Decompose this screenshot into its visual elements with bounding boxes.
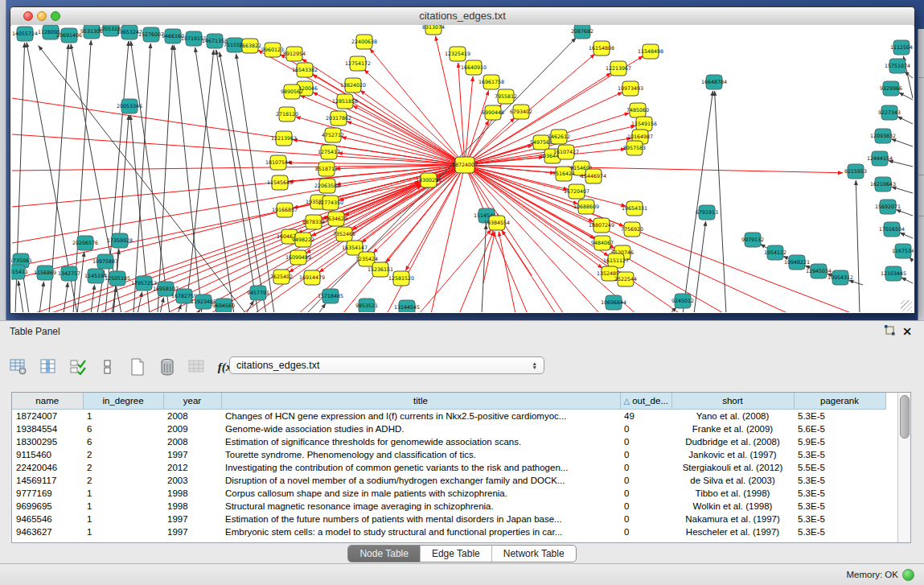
table-cell[interactable]: 2009	[163, 422, 221, 435]
table-cell[interactable]: 0	[620, 422, 671, 435]
table-cell[interactable]: 9699695	[12, 500, 83, 513]
column-header-pagerank[interactable]: pagerank	[794, 393, 885, 410]
table-row[interactable]: 911546021997Tourette syndrome. Phenomeno…	[12, 448, 885, 461]
window-titlebar[interactable]: citations_edges.txt	[10, 7, 914, 26]
table-cell[interactable]: 0	[620, 500, 671, 513]
table-cell[interactable]: Disruption of a novel member of a sodium…	[221, 474, 620, 487]
table-cell[interactable]: 2	[83, 448, 163, 461]
table-row[interactable]: 1872400712008Changes of HCN gene express…	[12, 410, 885, 423]
table-cell[interactable]: 0	[620, 487, 671, 500]
table-row[interactable]: 946362711997Embryonic stem cells: a mode…	[12, 525, 885, 538]
table-cell[interactable]: Tourette syndrome. Phenomenology and cla…	[221, 448, 620, 461]
table-row[interactable]: 1456911722003Disruption of a novel membe…	[12, 474, 885, 487]
table-cell[interactable]: 1	[83, 487, 163, 500]
table-cell[interactable]: 0	[620, 474, 671, 487]
table-cell[interactable]: 6	[83, 422, 163, 435]
table-cell[interactable]: Estimation of significance thresholds fo…	[221, 435, 620, 448]
new-column-icon[interactable]	[127, 356, 148, 377]
table-cell[interactable]: Tibbo et al. (1998)	[671, 487, 794, 500]
table-cell[interactable]: 1997	[163, 448, 221, 461]
table-cell[interactable]: Changes of HCN gene expression and I(f) …	[221, 410, 620, 423]
table-cell[interactable]: 9115460	[12, 448, 83, 461]
float-panel-icon[interactable]	[882, 324, 897, 339]
table-row[interactable]: 946554611997Estimation of the future num…	[12, 513, 885, 525]
table-cell[interactable]: 9777169	[12, 487, 83, 500]
column-header-title[interactable]: title	[221, 393, 620, 410]
tab-node-table[interactable]: Node Table	[348, 546, 421, 562]
delete-table-icon[interactable]	[157, 356, 178, 377]
tab-network-table[interactable]: Network Table	[492, 546, 576, 562]
table-cell[interactable]: 19384554	[12, 422, 83, 435]
table-cell[interactable]: 0	[620, 435, 671, 448]
tab-edge-table[interactable]: Edge Table	[421, 546, 492, 562]
table-mode-icon[interactable]	[8, 356, 29, 377]
table-cell[interactable]: 2	[83, 474, 163, 487]
table-cell[interactable]: 9463627	[12, 525, 83, 538]
row-options-icon[interactable]	[97, 356, 118, 377]
table-cell[interactable]: 2	[83, 461, 163, 474]
table-cell[interactable]: Yano et al. (2008)	[671, 410, 794, 423]
table-cell[interactable]: 1	[83, 500, 163, 513]
table-cell[interactable]: Embryonic stem cells: a model to study s…	[221, 525, 620, 538]
table-cell[interactable]: 1	[83, 513, 163, 525]
column-header-short[interactable]: short	[671, 393, 794, 410]
table-cell[interactable]: 1	[83, 410, 163, 423]
table-cell[interactable]: 5.5E-5	[794, 461, 885, 474]
table-cell[interactable]: 0	[620, 461, 671, 474]
table-cell[interactable]: Stergiakouli et al. (2012)	[671, 461, 794, 474]
table-cell[interactable]: 14569117	[12, 474, 83, 487]
table-cell[interactable]: 22420046	[12, 461, 83, 474]
network-canvas[interactable]: 1405572411280952206914069531306105532871…	[11, 25, 914, 313]
table-cell[interactable]: 5.6E-5	[794, 422, 885, 435]
table-scrollbar[interactable]	[897, 393, 910, 542]
table-cell[interactable]: 18300295	[12, 435, 83, 448]
table-cell[interactable]: Genome-wide association studies in ADHD.	[221, 422, 620, 435]
table-cell[interactable]: 5.3E-5	[794, 448, 885, 461]
window-resize-grip[interactable]	[901, 300, 912, 311]
table-cell[interactable]: Hescheler et al. (1997)	[671, 525, 794, 538]
table-cell[interactable]: Estimation of the future numbers of pati…	[221, 513, 620, 525]
table-row[interactable]: 977716911998Corpus callosum shape and si…	[12, 487, 885, 500]
table-cell[interactable]: de Silva et al. (2003)	[671, 474, 794, 487]
table-cell[interactable]: 49	[620, 410, 671, 423]
citation-network-graph[interactable]: 1405572411280952206914069531306105532871…	[11, 25, 914, 312]
close-panel-icon[interactable]: ✕	[900, 324, 914, 339]
network-selector[interactable]: citations_edges.txt ▲▼	[229, 356, 544, 374]
table-cell[interactable]: Jankovic et al. (1997)	[671, 448, 794, 461]
table-cell[interactable]: 2012	[163, 461, 221, 474]
table-cell[interactable]: Structural magnetic resonance image aver…	[221, 500, 620, 513]
table-cell[interactable]: 1	[83, 525, 163, 538]
show-column-icon[interactable]	[38, 356, 59, 377]
table-cell[interactable]: 5.3E-5	[794, 525, 885, 538]
table-cell[interactable]: 2008	[163, 435, 221, 448]
column-header-out-de-[interactable]: △out_de...	[620, 393, 671, 410]
table-row[interactable]: 2242004622012Investigating the contribut…	[12, 461, 885, 474]
table-cell[interactable]: 18724007	[12, 410, 83, 423]
table-row[interactable]: 1938455462009Genome-wide association stu…	[12, 422, 885, 435]
table-cell[interactable]: Investigating the contribution of common…	[221, 461, 620, 474]
column-header-year[interactable]: year	[163, 393, 221, 410]
column-header-name[interactable]: name	[12, 393, 83, 410]
table-cell[interactable]: 1998	[163, 487, 221, 500]
table-cell[interactable]: 6	[83, 435, 163, 448]
table-scrollbar-thumb[interactable]	[900, 395, 910, 439]
table-cell[interactable]: 5.3E-5	[794, 487, 885, 500]
table-row[interactable]: 969969511998Structural magnetic resonanc…	[12, 500, 885, 513]
table-row[interactable]: 1830029562008Estimation of significance …	[12, 435, 885, 448]
table-cell[interactable]: 0	[620, 513, 671, 525]
table-cell[interactable]: 9465546	[12, 513, 83, 525]
table-cell[interactable]: Franke et al. (2009)	[671, 422, 794, 435]
table-cell[interactable]: Nakamura et al. (1997)	[671, 513, 794, 525]
table-cell[interactable]: 5.9E-5	[794, 435, 885, 448]
table-cell[interactable]: 0	[620, 448, 671, 461]
table-cell[interactable]: 1997	[163, 513, 221, 525]
table-cell[interactable]: 1998	[163, 500, 221, 513]
table-cell[interactable]: Wolkin et al. (1998)	[671, 500, 794, 513]
table-cell[interactable]: 5.3E-5	[794, 410, 885, 423]
table-cell[interactable]: 5.3E-5	[794, 500, 885, 513]
table-cell[interactable]: 5.3E-5	[794, 513, 885, 525]
select-columns-icon[interactable]	[68, 356, 88, 377]
table-cell[interactable]: 2003	[163, 474, 221, 487]
table-cell[interactable]: Dudbridge et al. (2008)	[671, 435, 794, 448]
table-cell[interactable]: 1997	[163, 525, 221, 538]
